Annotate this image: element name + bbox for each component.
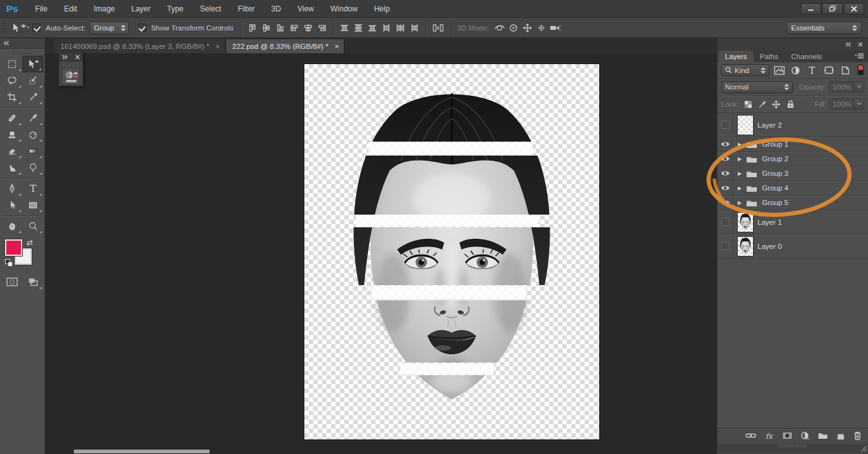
collapse-dock-icon[interactable] [845, 42, 851, 47]
distribute-spacing-icon[interactable] [430, 21, 447, 35]
layer-row-layer0[interactable]: Layer 0 [717, 234, 868, 258]
corner-resize-grip[interactable] [860, 445, 867, 452]
blend-mode-dropdown[interactable]: Normal [721, 81, 793, 93]
tools-panel-header[interactable] [0, 38, 44, 49]
opacity-value[interactable]: 100% [829, 81, 855, 93]
tool-zoom[interactable] [22, 218, 43, 234]
menu-filter[interactable]: Filter [229, 0, 263, 18]
tool-history-brush[interactable] [22, 126, 43, 143]
tool-quick-selection[interactable] [22, 72, 43, 89]
distribute-left-edges-icon[interactable] [379, 21, 393, 35]
restore-button[interactable] [822, 3, 843, 15]
tab-close-icon[interactable]: × [335, 43, 339, 50]
tab-channels[interactable]: Channels [785, 51, 829, 62]
layer-row-group1[interactable]: ▶ Group 1 [717, 137, 868, 152]
close-panel-icon[interactable] [75, 55, 80, 60]
default-colors-icon[interactable] [5, 259, 13, 267]
tool-gradient[interactable] [22, 143, 43, 159]
options-bar-grip[interactable] [1, 20, 6, 36]
layer-row-group5[interactable]: ▶ Group 5 [717, 196, 868, 210]
disclosure-triangle-icon[interactable]: ▶ [738, 185, 742, 191]
opacity-dropdown-icon[interactable] [855, 81, 864, 93]
tab-layers[interactable]: Layers [719, 51, 754, 62]
foreground-color-swatch[interactable] [5, 239, 22, 256]
new-group-icon[interactable] [818, 432, 828, 439]
menu-file[interactable]: File [27, 0, 55, 18]
lock-image-pixels-icon[interactable] [756, 97, 770, 111]
panel-resize-grip[interactable] [779, 444, 807, 448]
lock-all-icon[interactable] [783, 97, 797, 111]
document-canvas[interactable] [304, 64, 599, 439]
menu-view[interactable]: View [289, 0, 322, 18]
lock-position-icon[interactable] [770, 97, 783, 111]
tool-eyedropper[interactable] [22, 89, 43, 105]
visibility-toggle[interactable] [717, 196, 733, 210]
menu-select[interactable]: Select [192, 0, 229, 18]
tool-hand[interactable] [1, 218, 22, 234]
menu-layer[interactable]: Layer [123, 0, 159, 18]
layer-effects-icon[interactable]: fx [764, 432, 774, 439]
workspace-dropdown[interactable]: Essentials [787, 22, 862, 34]
tab-paths[interactable]: Paths [754, 51, 785, 62]
distribute-vertical-centers-icon[interactable] [351, 21, 365, 35]
tools-panel-grip[interactable] [11, 51, 34, 55]
tool-pen[interactable] [1, 180, 22, 197]
filter-kind-dropdown[interactable]: Kind [721, 64, 770, 76]
auto-select-target-dropdown[interactable]: Group [90, 22, 129, 34]
close-dock-icon[interactable] [858, 42, 863, 47]
layer-thumbnail-transparent[interactable] [738, 116, 753, 135]
visibility-toggle[interactable] [717, 210, 733, 234]
layer-thumbnail-face[interactable] [738, 213, 753, 232]
visibility-toggle[interactable] [717, 113, 733, 137]
orbit-3d-camera-icon[interactable] [492, 21, 506, 35]
expand-panel-icon[interactable] [62, 55, 68, 60]
menu-3d[interactable]: 3D [263, 0, 289, 18]
layer-row-layer1[interactable]: Layer 1 [717, 210, 868, 234]
show-transform-checkbox[interactable] [138, 23, 146, 32]
quick-mask-button[interactable] [1, 274, 22, 290]
smart-object-filter-icon[interactable] [838, 63, 852, 77]
panel-menu-icon[interactable] [854, 53, 864, 60]
layer-row-layer2[interactable]: Layer 2 [717, 113, 868, 137]
tool-rectangular-marquee[interactable] [1, 56, 22, 72]
distribute-horizontal-centers-icon[interactable] [393, 21, 407, 35]
close-button[interactable] [844, 3, 864, 15]
tool-horizontal-type[interactable]: T [22, 180, 43, 197]
menu-help[interactable]: Help [366, 0, 398, 18]
fill-dropdown-icon[interactable] [855, 98, 864, 110]
filtering-toggle[interactable] [857, 64, 864, 77]
roll-3d-camera-icon[interactable] [506, 21, 520, 35]
disclosure-triangle-icon[interactable]: ▶ [738, 142, 742, 147]
align-vertical-centers-icon[interactable] [259, 21, 273, 35]
type-layer-filter-icon[interactable]: T [805, 63, 819, 77]
tool-lasso[interactable] [1, 72, 22, 89]
tool-clone-stamp[interactable] [1, 126, 22, 143]
move-3d-camera-icon[interactable] [548, 21, 562, 35]
new-adjustment-layer-icon[interactable] [801, 432, 810, 440]
menu-window[interactable]: Window [322, 0, 366, 18]
slide-3d-camera-icon[interactable] [534, 21, 548, 35]
visibility-toggle[interactable] [717, 181, 733, 195]
visibility-toggle[interactable] [717, 234, 733, 258]
horizontal-scrollbar[interactable] [74, 450, 210, 453]
disclosure-triangle-icon[interactable]: ▶ [738, 200, 742, 206]
auto-select-checkbox[interactable] [32, 23, 41, 32]
distribute-right-edges-icon[interactable] [407, 21, 421, 35]
align-right-edges-icon[interactable] [315, 21, 329, 35]
tool-smudge[interactable] [1, 159, 22, 176]
align-top-edges-icon[interactable] [245, 21, 259, 35]
shape-layer-filter-icon[interactable] [822, 63, 836, 77]
lock-transparent-pixels-icon[interactable] [742, 97, 756, 111]
screen-mode-button[interactable] [22, 274, 43, 290]
document-tab-2[interactable]: 222.psd @ 8.33% (RGB/8#) * × [226, 39, 344, 53]
menu-image[interactable]: Image [85, 0, 123, 18]
document-tab-1[interactable]: 161450069.psd @ 8.33% (Layer 3, RGB/8#) … [54, 39, 226, 53]
move-tool-preset[interactable] [8, 21, 32, 35]
visibility-toggle[interactable] [717, 137, 733, 151]
visibility-toggle[interactable] [717, 166, 733, 180]
minimize-button[interactable] [801, 3, 821, 15]
align-bottom-edges-icon[interactable] [273, 21, 287, 35]
fill-value[interactable]: 100% [829, 98, 855, 110]
tool-rectangle-shape[interactable] [22, 197, 43, 213]
align-horizontal-centers-icon[interactable] [301, 21, 315, 35]
